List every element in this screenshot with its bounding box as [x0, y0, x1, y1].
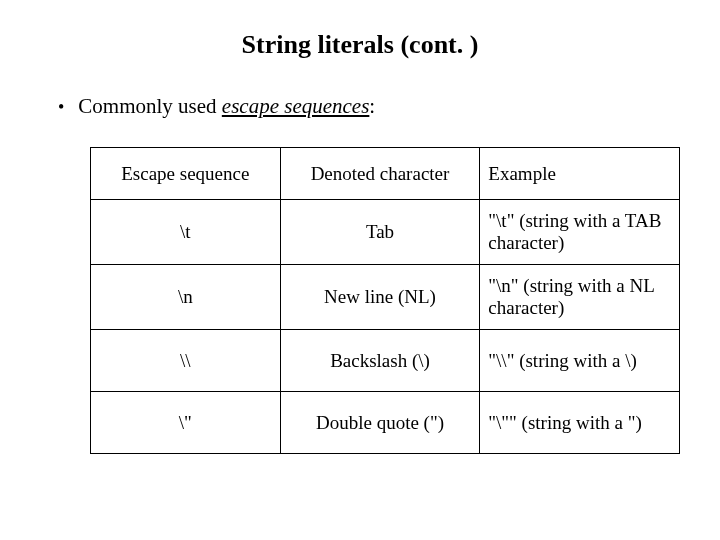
header-example: Example — [480, 148, 680, 200]
cell-example: "\\" (string with a \) — [480, 330, 680, 392]
cell-example: "\n" (string with a NL character) — [480, 265, 680, 330]
table-row: \" Double quote (") "\"" (string with a … — [91, 392, 680, 454]
table-header-row: Escape sequence Denoted character Exampl… — [91, 148, 680, 200]
page-title: String literals (cont. ) — [50, 30, 670, 60]
cell-denoted: New line (NL) — [280, 265, 480, 330]
table-row: \t Tab "\t" (string with a TAB character… — [91, 200, 680, 265]
bullet-text: Commonly used escape sequences: — [78, 94, 375, 119]
escape-sequence-table: Escape sequence Denoted character Exampl… — [90, 147, 680, 454]
cell-escape: \n — [91, 265, 281, 330]
cell-escape: \t — [91, 200, 281, 265]
cell-example: "\t" (string with a TAB character) — [480, 200, 680, 265]
bullet-icon: • — [58, 97, 64, 118]
bullet-prefix: Commonly used — [78, 94, 222, 118]
cell-denoted: Double quote (") — [280, 392, 480, 454]
cell-example: "\"" (string with a ") — [480, 392, 680, 454]
header-escape: Escape sequence — [91, 148, 281, 200]
cell-escape: \\ — [91, 330, 281, 392]
bullet-item: • Commonly used escape sequences: — [50, 94, 670, 119]
cell-denoted: Backslash (\) — [280, 330, 480, 392]
table-row: \n New line (NL) "\n" (string with a NL … — [91, 265, 680, 330]
cell-denoted: Tab — [280, 200, 480, 265]
bullet-suffix: : — [369, 94, 375, 118]
bullet-emphasis: escape sequences — [222, 94, 370, 118]
header-denoted: Denoted character — [280, 148, 480, 200]
cell-escape: \" — [91, 392, 281, 454]
table-row: \\ Backslash (\) "\\" (string with a \) — [91, 330, 680, 392]
